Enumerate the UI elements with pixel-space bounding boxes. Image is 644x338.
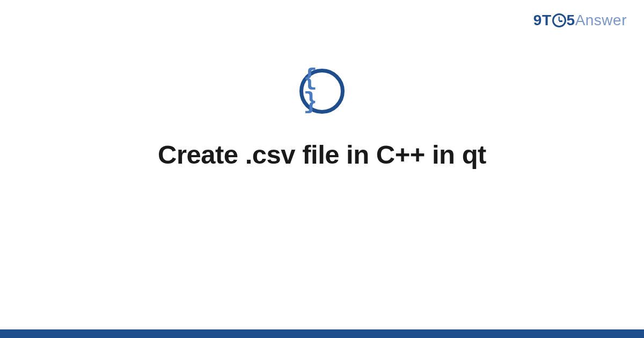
logo-text-answer: Answer <box>575 12 627 29</box>
footer-accent-bar <box>0 329 644 338</box>
site-logo[interactable]: 9T 5 Answer <box>533 12 627 29</box>
clock-icon <box>552 13 566 27</box>
logo-text-5: 5 <box>567 12 575 29</box>
code-braces-icon: { } <box>299 69 345 114</box>
logo-text-9t: 9T <box>533 12 552 29</box>
page-title: Create .csv file in C++ in qt <box>0 139 644 170</box>
brace-glyph: { } <box>303 67 341 114</box>
